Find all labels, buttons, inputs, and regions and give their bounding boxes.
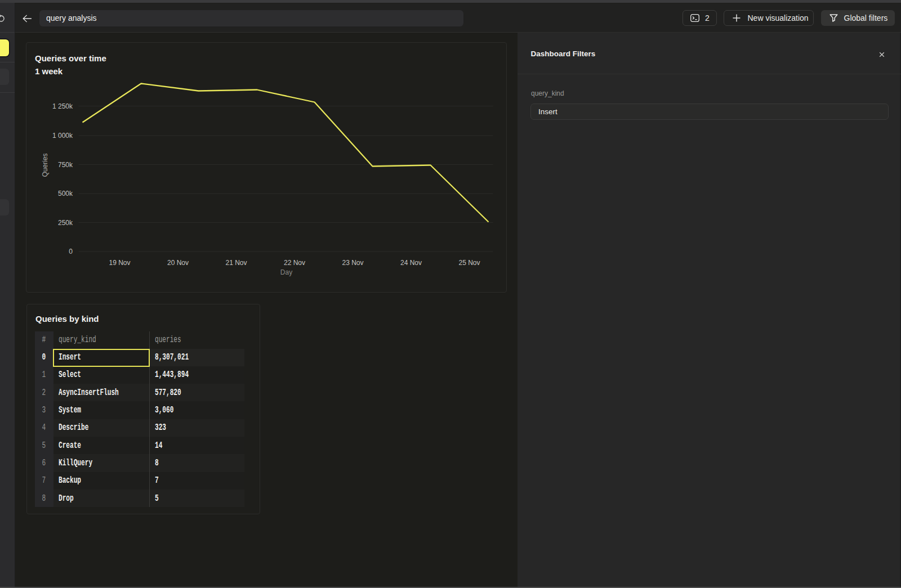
svg-text:23 Nov: 23 Nov xyxy=(342,258,363,266)
svg-text:Day: Day xyxy=(280,268,292,276)
svg-text:750k: 750k xyxy=(57,160,73,168)
svg-text:500k: 500k xyxy=(57,190,73,198)
svg-text:0: 0 xyxy=(69,248,73,255)
svg-text:1 250k: 1 250k xyxy=(52,102,73,110)
svg-text:21 Nov: 21 Nov xyxy=(225,258,247,266)
svg-text:1 000k: 1 000k xyxy=(52,132,73,140)
svg-text:Queries: Queries xyxy=(41,153,49,177)
svg-text:250k: 250k xyxy=(57,218,73,226)
svg-text:22 Nov: 22 Nov xyxy=(283,258,305,266)
svg-text:24 Nov: 24 Nov xyxy=(400,258,421,266)
svg-text:20 Nov: 20 Nov xyxy=(167,258,188,266)
svg-text:19 Nov: 19 Nov xyxy=(109,258,130,266)
svg-text:25 Nov: 25 Nov xyxy=(458,258,480,266)
